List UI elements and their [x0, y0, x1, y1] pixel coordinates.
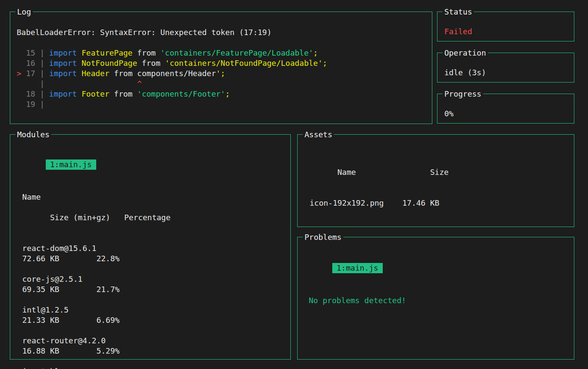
modules-bundle-badge: 1:main.js — [46, 159, 96, 170]
operation-panel-title: Operation — [443, 48, 488, 58]
problems-panel-title: Problems — [303, 232, 343, 242]
log-panel: Log BabelLoaderError: SyntaxError: Unexp… — [10, 12, 432, 124]
progress-value: 0% — [444, 109, 574, 119]
module-row: react-dom@15.6.172.66 KB22.8% — [22, 243, 290, 264]
spacer — [310, 188, 574, 198]
progress-panel: Progress 0% — [437, 94, 574, 124]
modules-header-size: Size (min+gz) — [50, 213, 124, 223]
problems-badge-line: 1:main.js — [309, 253, 574, 283]
spacer — [22, 182, 290, 192]
code-frame: 15 | import FeaturePage from 'containers… — [17, 48, 432, 109]
spacer — [22, 295, 290, 305]
code-line: 16 | import NotFoundPage from 'container… — [17, 58, 432, 68]
module-row: immutable15.25 KB4.78% — [22, 366, 290, 369]
asset-row: icon-192x192.png17.46 KB — [310, 198, 574, 208]
status-panel-title: Status — [443, 7, 474, 17]
code-line: 19 | — [17, 99, 432, 109]
code-line: 15 | import FeaturePage from 'containers… — [17, 48, 432, 58]
spacer — [17, 38, 432, 48]
assets-table: icon-192x192.png17.46 KB — [310, 198, 574, 208]
assets-panel: Assets NameSize icon-192x192.png17.46 KB — [297, 134, 574, 227]
modules-header-name: Name — [22, 192, 290, 202]
problems-panel: Problems 1:main.js No problems detected! — [297, 237, 574, 360]
modules-table: react-dom@15.6.172.66 KB22.8%core-js@2.5… — [22, 233, 290, 369]
spacer — [22, 356, 290, 366]
assets-header-name: Name — [337, 167, 430, 177]
modules-badge-line: 1:main.js — [22, 149, 290, 180]
code-line: > 17 | import Header from components/Hea… — [17, 68, 432, 79]
module-row: intl@1.2.521.33 KB6.69% — [22, 305, 290, 325]
status-panel: Status Failed — [437, 12, 574, 41]
error-message: BabelLoaderError: SyntaxError: Unexpecte… — [17, 27, 432, 38]
modules-header-percentage: Percentage — [124, 213, 170, 222]
module-row: react-router@4.2.016.88 KB5.29% — [22, 336, 290, 356]
assets-header-size: Size — [430, 168, 449, 177]
progress-panel-title: Progress — [443, 89, 483, 99]
modules-panel-title: Modules — [15, 130, 51, 140]
spacer — [22, 325, 290, 336]
assets-panel-title: Assets — [303, 130, 334, 140]
code-line: | ^ — [17, 79, 432, 89]
modules-panel: Modules 1:main.js Name Size (min+gz)Perc… — [10, 134, 291, 360]
webpack-dashboard-screen: { "colors": { "bg": "#1d1d1d", "accent":… — [0, 0, 588, 369]
problems-bundle-badge: 1:main.js — [332, 263, 383, 273]
modules-header-row: Size (min+gz)Percentage — [22, 202, 290, 233]
spacer — [22, 233, 290, 243]
assets-header-row: NameSize — [310, 157, 574, 188]
spacer — [309, 285, 574, 295]
status-value: Failed — [444, 27, 574, 37]
operation-panel: Operation idle (3s) — [437, 53, 574, 83]
operation-value: idle (3s) — [444, 68, 574, 78]
module-row: core-js@2.5.169.35 KB21.7% — [22, 274, 290, 295]
problems-message: No problems detected! — [309, 295, 574, 306]
spacer — [22, 264, 290, 274]
log-panel-title: Log — [15, 7, 33, 17]
code-line: 18 | import Footer from 'components/Foot… — [17, 89, 432, 99]
